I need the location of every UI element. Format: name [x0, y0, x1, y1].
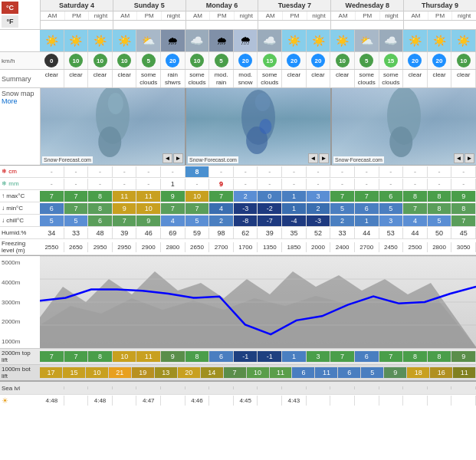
snow-mm-cells: -----1-9---------- [40, 179, 476, 189]
weather-icon-cell-7: 🌧 [209, 30, 234, 51]
max-temp-cells-cell-7: 7 [209, 191, 234, 202]
bot-lift-cell-15: 9 [384, 367, 407, 378]
chill-cells-cell-1: 5 [64, 215, 89, 226]
map-next-btn-3[interactable]: ► [465, 153, 474, 163]
more-link[interactable]: More [2, 97, 38, 105]
top-lift-cells-cell-1: 7 [64, 351, 89, 362]
snow-mm-cells-cell-13: - [355, 179, 379, 189]
top-lift-cells-cell-14: 7 [379, 351, 404, 362]
snow-mm-cells-cell-4: - [136, 179, 161, 189]
snow-mm-row: ❄ mm -----1-9---------- [0, 178, 476, 190]
svg-point-8 [389, 127, 412, 157]
top-lift-cells-cell-12: 7 [330, 351, 355, 362]
weather-icon-4: ⛅ [142, 34, 155, 47]
wind-value-15: 20 [408, 54, 422, 67]
min-temp-cells-cell-13: 6 [355, 203, 379, 214]
snow-cm-cells-cell-15: - [403, 166, 428, 177]
fahrenheit-button[interactable]: °F [2, 15, 18, 28]
sunrise-cell-7 [209, 396, 234, 406]
map-prev-btn-2[interactable]: ◄ [308, 153, 318, 163]
map-next-btn-2[interactable]: ► [319, 153, 329, 163]
sea-level-cells [40, 386, 476, 389]
top-lift-cells-cell-9: -1 [258, 351, 282, 362]
chill-cells-cell-13: 1 [355, 215, 379, 226]
summary-label: Summary [0, 75, 40, 83]
bot-lift-cell-17: 16 [430, 367, 453, 378]
freezing-cell-12: 2400 [330, 242, 355, 252]
bot-lift-cell-4: 19 [132, 367, 155, 378]
day-label-1: Sunday 5 [113, 0, 185, 12]
min-temp-cells-cell-5: 7 [161, 203, 185, 214]
ampm-cell-4-2: night [380, 12, 404, 20]
humidity-cell-0: 34 [40, 228, 64, 238]
top-lift-cells-cell-16: 8 [428, 351, 452, 362]
snow-cm-label: ❄ cm [0, 167, 40, 176]
svg-point-2 [108, 93, 123, 114]
sea-level-cell-9 [258, 386, 282, 389]
bot-lift-cell-10: 11 [270, 367, 293, 378]
weather-icon-cell-3: ☀️ [113, 30, 137, 51]
day-col-0: Saturday 4AMPMnight [40, 0, 113, 29]
bot-lift-cell-13: 6 [338, 367, 361, 378]
snow-mm-cells-cell-17: - [451, 179, 476, 189]
ampm-cell-3-1: PM [283, 12, 307, 20]
snow-mm-label: ❄ mm [0, 179, 40, 188]
freezing-cell-9: 1350 [258, 242, 282, 252]
sunrise-cell-16 [428, 396, 452, 406]
chill-cells-cell-11: -3 [307, 215, 331, 226]
min-temp-cells-cell-10: 1 [282, 203, 307, 214]
top-lift-cells-cell-6: 8 [185, 351, 210, 362]
max-temp-cells: 778111191072013776889 [40, 191, 476, 202]
wind-value-4: 5 [142, 54, 156, 67]
min-temp-cells-cell-1: 7 [64, 203, 89, 214]
ampm-cell-0-1: PM [65, 12, 90, 20]
day-col-2: Monday 6AMPMnight [185, 0, 258, 29]
snow-cm-cells-cell-7: - [209, 166, 234, 177]
weather-icon-8: 🌨 [240, 34, 251, 47]
snow-cm-cells-cell-12: - [330, 166, 355, 177]
chill-cells-cell-9: -7 [258, 215, 282, 226]
weather-icon-5: 🌧 [167, 34, 178, 47]
wind-value-14: 15 [384, 54, 398, 67]
sea-level-cell-15 [403, 386, 428, 389]
ampm-cell-1-0: AM [113, 12, 138, 20]
freezing-cell-3: 2950 [113, 242, 137, 252]
weather-icon-cell-10: ☀️ [282, 30, 307, 51]
ampm-cell-0-2: night [89, 12, 113, 20]
wind-cell-12: 10 [330, 52, 355, 69]
top-lift-cells-cell-0: 7 [40, 351, 64, 362]
snow-cm-cells-cell-10: - [282, 166, 307, 177]
map-prev-btn-1[interactable]: ◄ [162, 153, 172, 163]
weather-icon-15: ☀️ [409, 34, 422, 47]
sunrise-cell-1 [64, 396, 89, 406]
freezing-cell-10: 1850 [282, 242, 307, 252]
weather-icon-cell-16: ☀️ [428, 30, 452, 51]
days-header: Saturday 4AMPMnightSunday 5AMPMnightMond… [40, 0, 476, 29]
summary-cell-8: mod. snow [234, 70, 258, 87]
weather-icons-cells: ☀️☀️☀️☀️⛅🌧☁️🌧🌨☁️☀️☀️☀️⛅☁️☀️☀️☀️ [40, 30, 476, 51]
freezing-row: Freezing level (m) 255026502950295029002… [0, 239, 476, 255]
chill-cells-cell-8: -8 [234, 215, 258, 226]
freezing-cell-1: 2650 [64, 242, 89, 252]
freezing-cell-8: 1700 [234, 242, 258, 252]
svg-point-5 [255, 93, 271, 111]
bot-lift-cell-7: 14 [201, 367, 224, 378]
map-prev-btn-3[interactable]: ◄ [454, 153, 464, 163]
summary-cell-12: clear [330, 70, 355, 87]
summary-cell-11: clear [307, 70, 331, 87]
day-label-4: Wednesday 8 [331, 0, 403, 12]
snow-mm-cells-cell-8: - [234, 179, 258, 189]
snow-mm-cells-cell-9: - [258, 179, 282, 189]
celsius-button[interactable]: °C [2, 2, 18, 14]
top-lift-label: 2000m top lift [0, 349, 40, 364]
map-next-btn-1[interactable]: ► [173, 153, 183, 163]
sunrise-cell-17 [451, 396, 476, 406]
snow-cm-cells-cell-14: - [379, 166, 404, 177]
sea-level-row: Sea lvl [0, 380, 476, 394]
chart-container: 5000m 4000m 3000m 2000m 1000m [0, 256, 476, 348]
weather-icon-cell-1: ☀️ [64, 30, 89, 51]
humidity-cell-13: 44 [355, 228, 379, 238]
snow-mm-cells-cell-16: - [428, 179, 452, 189]
weather-icon-7: 🌧 [216, 34, 227, 47]
bot-lift-cells: 171510211913201471011611659181611 [40, 367, 476, 378]
